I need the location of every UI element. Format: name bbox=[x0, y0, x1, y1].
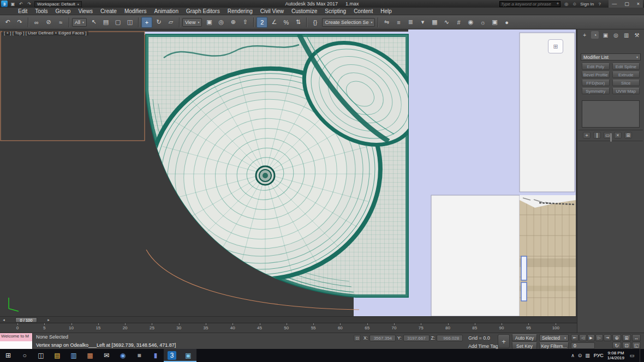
tab-utilities[interactable]: ⚒ bbox=[633, 31, 641, 39]
app-icon-dark[interactable]: ■ bbox=[131, 349, 147, 362]
material-editor-icon[interactable]: ◉ bbox=[465, 17, 476, 28]
tab-modify[interactable]: ◔ bbox=[591, 31, 599, 39]
menu-item[interactable]: Group bbox=[52, 8, 75, 15]
user-avatar-icon[interactable]: ☺ bbox=[571, 1, 578, 7]
task-view-button[interactable]: ◫ bbox=[33, 349, 49, 362]
timeline-ruler[interactable]: 0510152025303540455055606570758085909510… bbox=[0, 323, 577, 333]
zoom-icon[interactable]: ⊕ bbox=[612, 334, 621, 341]
search-icon[interactable]: ⌖ bbox=[557, 1, 559, 7]
menu-item[interactable]: Edit bbox=[14, 8, 31, 15]
3ds-max-taskbar-icon[interactable]: 3 bbox=[164, 349, 180, 362]
save-icon[interactable]: ▣ bbox=[9, 1, 16, 7]
layer-dropdown-icon[interactable]: ▾ bbox=[417, 17, 428, 28]
select-and-move-icon[interactable]: + bbox=[141, 17, 152, 28]
menu-item[interactable]: Content bbox=[350, 8, 377, 15]
snaps-toggle-icon[interactable]: 2 bbox=[257, 17, 267, 28]
undo-icon[interactable]: ↶ bbox=[2, 17, 13, 28]
set-keys-button[interactable]: + bbox=[498, 334, 510, 348]
window-crossing-icon[interactable]: ◫ bbox=[124, 17, 135, 28]
menu-item[interactable]: Tools bbox=[31, 8, 51, 15]
app-icon-active[interactable]: ▣ bbox=[180, 349, 196, 362]
angle-snap-icon[interactable]: ∠ bbox=[269, 17, 279, 28]
viewport-label[interactable]: [ + ] [ Top ] [ User Defined + Edged Fac… bbox=[2, 31, 88, 35]
modifier-stack[interactable] bbox=[582, 100, 640, 128]
use-pivot-center-icon[interactable]: ◎ bbox=[216, 17, 226, 28]
chrome-icon[interactable]: ◉ bbox=[115, 349, 131, 362]
unlink-selection-icon[interactable]: ⊘ bbox=[43, 17, 54, 28]
redo-quick-icon[interactable]: ↷ bbox=[26, 1, 33, 7]
menu-item[interactable]: Graph Editors bbox=[182, 8, 224, 15]
spinner-snap-icon[interactable]: ⇅ bbox=[293, 17, 303, 28]
percent-snap-icon[interactable]: % bbox=[281, 17, 291, 28]
render-production-icon[interactable]: ● bbox=[501, 17, 512, 28]
reference-coordinate-icon[interactable]: ▣ bbox=[204, 17, 214, 28]
ffd-box-button[interactable]: FFD(box) bbox=[582, 80, 610, 86]
selection-filter-dropdown[interactable]: All ▾ bbox=[72, 18, 87, 27]
named-selection-sets-dropdown[interactable]: Create Selection Se ▾ bbox=[322, 18, 375, 27]
pin-stack-icon[interactable]: ⌖ bbox=[583, 132, 591, 138]
search-input[interactable] bbox=[501, 2, 556, 7]
edit-poly-button[interactable]: Edit Poly bbox=[582, 63, 610, 70]
redo-icon[interactable]: ↷ bbox=[14, 17, 25, 28]
go-to-start-button[interactable]: ⇤ bbox=[571, 334, 579, 341]
3ds-max-logo[interactable]: 3 bbox=[1, 1, 8, 7]
align-icon[interactable]: ≡ bbox=[393, 17, 404, 28]
zoom-extents-icon[interactable]: ⊞ bbox=[622, 334, 631, 341]
reference-coordinate-dropdown[interactable]: View ▾ bbox=[182, 18, 202, 27]
menu-item[interactable]: Create bbox=[97, 8, 121, 15]
menu-item[interactable]: Scripting bbox=[321, 8, 350, 15]
modifier-list-dropdown[interactable]: Modifier List ▾ bbox=[581, 53, 641, 61]
menu-item[interactable]: Civil View bbox=[257, 8, 288, 15]
select-and-link-icon[interactable]: ∞ bbox=[31, 17, 42, 28]
render-setup-icon[interactable]: ☼ bbox=[477, 17, 488, 28]
tray-icon-1[interactable]: ⊙ bbox=[578, 353, 582, 358]
tray-expand-icon[interactable]: ∧ bbox=[571, 353, 575, 358]
rendered-frame-icon[interactable]: ▣ bbox=[489, 17, 500, 28]
track-left-arrow[interactable]: ◂ bbox=[1, 317, 7, 323]
sign-in-button[interactable]: Sign In bbox=[580, 2, 594, 7]
menu-item[interactable]: Modifiers bbox=[121, 8, 151, 15]
close-button[interactable]: × bbox=[637, 0, 640, 8]
symmetry-button[interactable]: Symmetry bbox=[582, 88, 610, 94]
tab-motion[interactable]: ◎ bbox=[612, 31, 620, 39]
time-slider[interactable]: 0 / 100 bbox=[15, 317, 37, 323]
track-right-arrow[interactable]: ▸ bbox=[46, 317, 51, 323]
file-explorer-icon[interactable]: ▤ bbox=[49, 349, 65, 362]
select-and-rotate-icon[interactable]: ↻ bbox=[153, 17, 164, 28]
zoom-region-icon[interactable]: ⊡ bbox=[622, 342, 631, 349]
uvw-map-button[interactable]: UVW Map bbox=[612, 88, 640, 94]
maximize-viewport-icon[interactable]: ◱ bbox=[632, 342, 641, 349]
community-icon[interactable]: ◎ bbox=[563, 1, 570, 7]
curve-editor-icon[interactable]: ∿ bbox=[441, 17, 452, 28]
tray-icon-2[interactable]: ▥ bbox=[585, 353, 590, 358]
auto-key-button[interactable]: Auto Key bbox=[512, 334, 537, 341]
menu-item[interactable]: Views bbox=[74, 8, 97, 15]
documents-app-icon[interactable]: ▥ bbox=[65, 349, 82, 362]
bevel-profile-button[interactable]: Bevel Profile bbox=[582, 71, 610, 78]
search-button[interactable]: ○ bbox=[16, 349, 33, 362]
y-field[interactable]: 3197.667 bbox=[403, 335, 430, 341]
pan-icon[interactable]: ↔ bbox=[632, 334, 641, 341]
slice-button[interactable]: Slice bbox=[612, 80, 640, 86]
bind-to-space-warp-icon[interactable]: ≈ bbox=[55, 17, 66, 28]
viewport-overlay-button[interactable]: ⊞ bbox=[548, 39, 563, 53]
select-object-icon[interactable]: ↖ bbox=[88, 17, 99, 28]
configure-modifier-sets-icon[interactable]: ⊞ bbox=[624, 132, 632, 138]
rectangular-selection-icon[interactable]: ▢ bbox=[112, 17, 123, 28]
undo-quick-icon[interactable]: ↶ bbox=[17, 1, 25, 7]
previous-frame-button[interactable]: ◁ bbox=[579, 334, 587, 341]
language-indicator[interactable]: РУС bbox=[594, 353, 604, 358]
action-center-icon[interactable]: ▭ bbox=[628, 352, 636, 359]
menu-item[interactable]: Help bbox=[377, 8, 396, 15]
add-time-tag[interactable]: Add Time Tag bbox=[468, 343, 498, 349]
keyboard-override-icon[interactable]: ⇧ bbox=[240, 17, 251, 28]
remove-modifier-icon[interactable]: × bbox=[614, 132, 622, 138]
show-end-result-icon[interactable]: ∥ bbox=[593, 132, 601, 138]
viewport-canvas[interactable] bbox=[0, 29, 577, 316]
app-icon-blue[interactable]: ▮ bbox=[147, 349, 164, 362]
store-app-icon[interactable]: ▦ bbox=[82, 349, 98, 362]
schematic-view-icon[interactable]: # bbox=[453, 17, 464, 28]
viewport[interactable]: [ + ] [ Top ] [ User Defined + Edged Fac… bbox=[0, 29, 577, 316]
tab-hierarchy[interactable]: ▣ bbox=[601, 31, 609, 39]
ribbon-toggle-icon[interactable]: ▦ bbox=[429, 17, 440, 28]
